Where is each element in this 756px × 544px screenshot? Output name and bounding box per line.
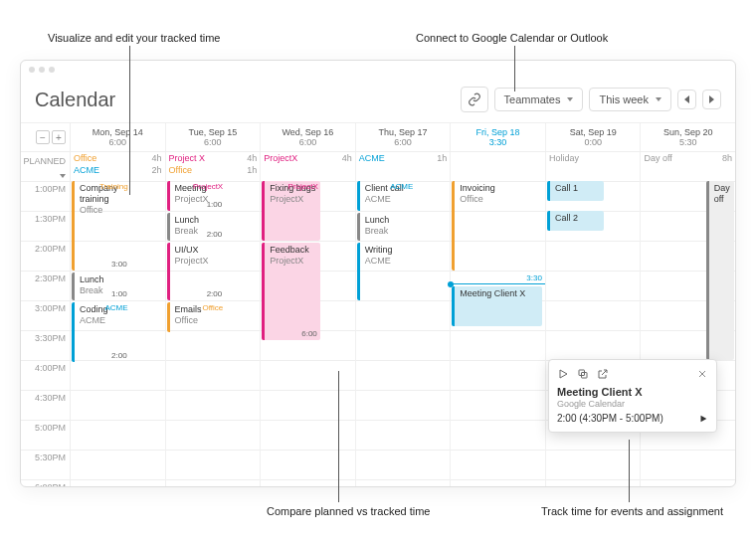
annotation-line xyxy=(514,46,515,91)
calendar-event[interactable]: Call 2 xyxy=(547,211,604,231)
event-popup: Meeting Client X Google Calendar 2:00 (4… xyxy=(548,359,717,433)
now-label: 3:30 xyxy=(526,273,542,282)
calendar-event[interactable]: EmailsOfficeOffice xyxy=(167,302,226,332)
calendar-event[interactable]: Client callACMEACME xyxy=(357,181,416,211)
day-label: Sat, Sep 19 xyxy=(546,127,641,137)
window-controls xyxy=(21,61,735,79)
planned-entry[interactable]: ACME1h xyxy=(356,152,451,164)
app-window: Calendar Teammates This week − + Mon, Se… xyxy=(20,60,736,487)
annotation-track: Track time for events and assignment xyxy=(541,505,723,517)
day-hours: 3:30 xyxy=(451,137,545,147)
annotation-line xyxy=(129,46,130,195)
planned-label: PLANNED xyxy=(23,156,66,166)
planned-entry[interactable]: ProjectX4h xyxy=(261,152,355,164)
planned-entry[interactable]: Day off8h xyxy=(641,152,735,164)
calendar-event[interactable]: LunchBreak xyxy=(357,213,416,241)
annotation-connect: Connect to Google Calendar or Outlook xyxy=(416,32,608,44)
day-label: Thu, Sep 17 xyxy=(356,127,451,137)
day-hours: 0:00 xyxy=(546,137,641,147)
annotation-line xyxy=(338,371,339,502)
svg-marker-0 xyxy=(560,370,567,378)
calendar-event[interactable]: InvoicingOffice xyxy=(452,181,510,271)
calendar-event[interactable]: Call 1 xyxy=(547,181,604,201)
calendar-event[interactable]: Company trainingOffice3:00Training xyxy=(72,181,130,271)
zoom-out-button[interactable]: − xyxy=(36,130,50,144)
day-hours: 6:00 xyxy=(261,137,355,147)
planned-row: PLANNED Office4hACME2h Project X4hOffice… xyxy=(21,151,735,181)
prev-week-button[interactable] xyxy=(677,90,696,109)
calendar-event[interactable]: MeetingProjectX1:00ProjectX xyxy=(167,181,226,211)
play-icon[interactable] xyxy=(557,368,569,380)
calendar-event[interactable]: Meeting Client X xyxy=(452,286,542,326)
day-hours: 6:00 xyxy=(356,137,451,147)
planned-entry[interactable]: ACME2h xyxy=(71,164,165,176)
close-icon[interactable] xyxy=(696,368,708,380)
calendar-event[interactable]: LunchBreak1:00 xyxy=(72,272,130,300)
calendar-event[interactable]: WritingACME xyxy=(357,243,416,300)
link-icon xyxy=(468,92,481,106)
calendar-event[interactable]: CodingACME2:00ACME xyxy=(72,302,130,362)
svg-marker-3 xyxy=(701,415,707,422)
day-label: Fri, Sep 18 xyxy=(451,127,545,137)
teammates-dropdown[interactable]: Teammates xyxy=(494,88,584,111)
calendar-event[interactable]: LunchBreak2:00 xyxy=(167,213,226,241)
planned-entry[interactable]: Office1h xyxy=(166,164,261,176)
day-label: Mon, Sep 14 xyxy=(71,127,165,137)
planned-collapse-icon[interactable] xyxy=(58,174,66,178)
day-label: Wed, Sep 16 xyxy=(261,127,355,137)
day-hours: 6:00 xyxy=(71,137,165,147)
open-icon[interactable] xyxy=(597,368,609,380)
page-title: Calendar xyxy=(35,89,115,111)
calendar-event[interactable]: UI/UXProjectX2:00 xyxy=(167,243,226,300)
popup-time: 2:00 (4:30PM - 5:00PM) xyxy=(557,413,663,424)
annotation-visualize: Visualize and edit your tracked time xyxy=(48,32,220,44)
calendar-event[interactable]: FeedbackProjectX6:00 xyxy=(262,243,320,340)
planned-entry[interactable]: Holiday xyxy=(546,152,641,164)
day-label: Sun, Sep 20 xyxy=(641,127,735,137)
range-dropdown[interactable]: This week xyxy=(589,88,671,111)
popup-source: Google Calendar xyxy=(557,399,708,409)
planned-entry[interactable]: Office4h xyxy=(71,152,165,164)
zoom-in-button[interactable]: + xyxy=(52,130,66,144)
day-label: Tue, Sep 15 xyxy=(166,127,261,137)
chevron-right-icon xyxy=(709,95,714,103)
day-hours: 6:00 xyxy=(166,137,261,147)
annotation-compare: Compare planned vs tracked time xyxy=(267,505,430,517)
copy-icon[interactable] xyxy=(577,368,589,380)
popup-title: Meeting Client X xyxy=(557,386,708,398)
play-small-icon[interactable] xyxy=(698,414,708,424)
planned-entry[interactable]: Project X4h xyxy=(166,152,261,164)
link-calendar-button[interactable] xyxy=(461,87,488,112)
day-hours: 5:30 xyxy=(641,137,735,147)
now-marker: 3:30 xyxy=(451,283,545,284)
annotation-line xyxy=(629,440,630,502)
calendar-event[interactable]: Day off xyxy=(706,181,734,360)
chevron-left-icon xyxy=(684,95,689,103)
calendar-event[interactable]: Fixing bugsProjectXProjectX xyxy=(262,181,320,241)
next-week-button[interactable] xyxy=(702,90,721,109)
day-header-row: − + Mon, Sep 146:00 Tue, Sep 156:00 Wed,… xyxy=(21,122,735,151)
zoom-controls: − + xyxy=(21,123,71,151)
header-bar: Calendar Teammates This week xyxy=(21,79,735,122)
